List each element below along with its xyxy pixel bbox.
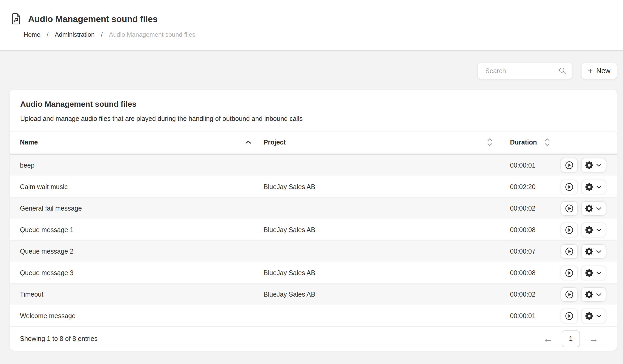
table-row: General fail message 00:00:02 xyxy=(10,197,617,219)
breadcrumb-current-page: Audio Management sound files xyxy=(109,31,195,38)
gear-menu-button[interactable] xyxy=(582,158,606,172)
cell-actions xyxy=(560,180,606,194)
cell-duration: 00:00:02 xyxy=(510,205,560,212)
toolbar: + New xyxy=(10,63,617,79)
play-icon xyxy=(565,182,574,192)
gear-icon xyxy=(585,291,593,298)
new-button[interactable]: + New xyxy=(582,63,617,79)
breadcrumb-home[interactable]: Home xyxy=(24,31,40,38)
sort-ascending-icon xyxy=(245,140,252,144)
sound-files-table: Name Project xyxy=(10,131,617,351)
cell-name: Queue message 3 xyxy=(20,269,264,277)
gear-menu-button[interactable] xyxy=(582,202,606,215)
cell-actions xyxy=(560,245,606,258)
card-description: Upload and manage audio files that are p… xyxy=(20,115,606,122)
search-input[interactable] xyxy=(478,63,572,79)
cell-name: Welcome message xyxy=(20,312,264,320)
chevron-down-icon xyxy=(596,228,602,232)
column-header-project[interactable]: Project xyxy=(264,137,510,147)
gear-menu-button[interactable] xyxy=(582,309,606,323)
gear-menu-button[interactable] xyxy=(582,266,606,280)
cell-duration: 00:00:07 xyxy=(510,248,560,255)
cell-actions xyxy=(560,266,606,280)
table-row: Timeout BlueJay Sales AB 00:00:02 xyxy=(10,283,617,305)
table-row: Queue message 3 BlueJay Sales AB 00:00:0… xyxy=(10,262,617,283)
cell-actions xyxy=(560,202,606,215)
gear-menu-button[interactable] xyxy=(582,245,606,258)
chevron-down-icon xyxy=(596,249,602,254)
play-button[interactable] xyxy=(561,266,577,280)
play-button[interactable] xyxy=(561,245,577,258)
gear-icon xyxy=(585,269,593,277)
column-label-project: Project xyxy=(264,138,286,146)
page-title: Audio Management sound files xyxy=(28,14,158,24)
play-button[interactable] xyxy=(561,202,577,215)
table-footer: Showing 1 to 8 of 8 entries ← 1 → xyxy=(10,326,617,351)
gear-icon xyxy=(585,312,593,320)
play-button[interactable] xyxy=(561,180,577,194)
card-title: Audio Management sound files xyxy=(20,100,606,109)
breadcrumb-administration[interactable]: Administration xyxy=(55,31,95,38)
table-row: Queue message 2 00:00:07 xyxy=(10,240,617,262)
gear-icon xyxy=(585,248,593,255)
chevron-down-icon xyxy=(596,271,602,275)
gear-icon xyxy=(585,226,593,234)
cell-project: BlueJay Sales AB xyxy=(264,226,510,234)
search-box xyxy=(478,63,572,79)
cell-actions xyxy=(560,223,606,237)
play-icon xyxy=(565,290,574,299)
breadcrumb-separator: / xyxy=(101,31,103,38)
previous-page-button[interactable]: ← xyxy=(543,334,553,344)
cell-duration: 00:00:08 xyxy=(510,226,560,234)
gear-menu-button[interactable] xyxy=(582,180,606,194)
play-icon xyxy=(565,268,574,278)
card-header: Audio Management sound files Upload and … xyxy=(10,90,617,131)
music-file-icon xyxy=(10,13,22,25)
play-button[interactable] xyxy=(561,309,577,323)
page-title-row: Audio Management sound files xyxy=(10,13,623,25)
sound-files-card: Audio Management sound files Upload and … xyxy=(10,90,617,351)
cell-name: Timeout xyxy=(20,291,264,298)
cell-duration: 00:00:01 xyxy=(510,312,560,320)
cell-project: BlueJay Sales AB xyxy=(264,269,510,277)
cell-name: Queue message 2 xyxy=(20,248,264,255)
page-header: Audio Management sound files Home / Admi… xyxy=(0,0,623,51)
play-icon xyxy=(565,225,574,235)
chevron-down-icon xyxy=(596,185,602,189)
cell-duration: 00:02:20 xyxy=(510,183,560,191)
content-area: + New Audio Management sound files Uploa… xyxy=(0,51,623,351)
column-header-name[interactable]: Name xyxy=(20,138,264,146)
play-icon xyxy=(565,204,574,213)
gear-menu-button[interactable] xyxy=(582,223,606,237)
cell-actions xyxy=(560,309,606,323)
breadcrumb: Home / Administration / Audio Management… xyxy=(24,31,623,38)
table-row: Queue message 1 BlueJay Sales AB 00:00:0… xyxy=(10,219,617,240)
current-page-indicator[interactable]: 1 xyxy=(562,330,580,347)
cell-duration: 00:00:01 xyxy=(510,162,560,169)
column-label-duration: Duration xyxy=(510,138,537,146)
chevron-down-icon xyxy=(596,163,602,168)
cell-duration: 00:00:08 xyxy=(510,269,560,277)
cell-duration: 00:00:02 xyxy=(510,291,560,298)
sort-both-icon xyxy=(487,137,493,147)
table-row: beep 00:00:01 xyxy=(10,154,617,176)
pagination: ← 1 → xyxy=(543,330,606,347)
cell-project: BlueJay Sales AB xyxy=(264,183,510,191)
table-row: Welcome message 00:00:01 xyxy=(10,305,617,326)
gear-menu-button[interactable] xyxy=(582,288,606,301)
cell-actions xyxy=(560,288,606,301)
search-icon xyxy=(558,67,566,75)
cell-name: Queue message 1 xyxy=(20,226,264,234)
column-header-duration[interactable]: Duration xyxy=(510,137,560,147)
gear-icon xyxy=(585,205,593,212)
table-header-row: Name Project xyxy=(10,131,617,154)
chevron-down-icon xyxy=(596,206,602,211)
play-button[interactable] xyxy=(561,288,577,301)
table-body: beep 00:00:01 xyxy=(10,154,617,326)
cell-name: General fail message xyxy=(20,205,264,212)
play-button[interactable] xyxy=(561,158,577,172)
chevron-down-icon xyxy=(596,314,602,318)
next-page-button[interactable]: → xyxy=(589,334,598,344)
play-icon xyxy=(565,311,574,321)
play-button[interactable] xyxy=(561,223,577,237)
